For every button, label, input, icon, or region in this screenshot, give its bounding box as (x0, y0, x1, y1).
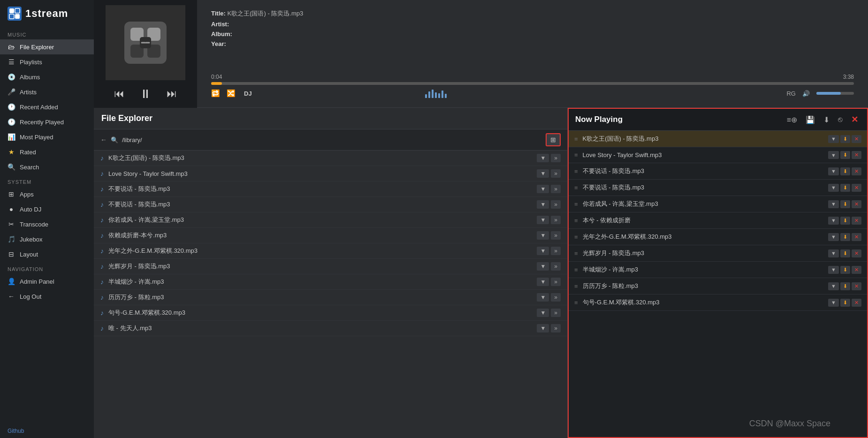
np-move-down-button[interactable]: ▼ (828, 151, 839, 159)
np-move-down-button[interactable]: ▼ (828, 249, 839, 257)
np-remove-button[interactable]: ✕ (852, 135, 861, 143)
fast-forward-button[interactable]: » (551, 231, 561, 240)
prev-button[interactable]: ⏮ (112, 86, 126, 102)
next-button[interactable]: ⏭ (165, 86, 179, 102)
file-list-item[interactable]: ♪ 不要说话 - 陈奕迅.mp3 ▼ » (94, 181, 567, 197)
repeat-icon[interactable]: 🔁 (211, 89, 220, 98)
np-remove-button[interactable]: ✕ (852, 184, 861, 192)
np-remove-button[interactable]: ✕ (852, 233, 861, 241)
np-remove-button[interactable]: ✕ (852, 217, 861, 225)
progress-bar[interactable] (211, 82, 854, 85)
move-down-button[interactable]: ▼ (537, 216, 549, 224)
file-list-item[interactable]: ♪ 句号-G.E.M.邓紫棋.320.mp3 ▼ » (94, 305, 567, 321)
pause-button[interactable]: ⏸ (137, 85, 153, 103)
now-playing-item[interactable]: ≡ 你若成风 - 许嵩,梁玉堂.mp3 ▼ ⬇ ✕ (569, 196, 867, 212)
file-list-item[interactable]: ♪ 唯 - 先天人.mp3 ▼ » (94, 321, 567, 336)
file-list-item[interactable]: ♪ 历历万乡 - 陈粒.mp3 ▼ » (94, 290, 567, 305)
fast-forward-button[interactable]: » (551, 278, 561, 286)
now-playing-item[interactable]: ≡ 光年之外-G.E.M.邓紫棋.320.mp3 ▼ ⬇ ✕ (569, 229, 867, 245)
np-enqueue-button[interactable]: ⬇ (840, 233, 850, 241)
sidebar-item-artists[interactable]: 🎤 Artists (0, 84, 94, 99)
np-enqueue-button[interactable]: ⬇ (840, 282, 850, 290)
np-move-down-button[interactable]: ▼ (828, 282, 839, 290)
move-down-button[interactable]: ▼ (537, 293, 549, 302)
np-remove-button[interactable]: ✕ (852, 249, 861, 257)
back-button[interactable]: ← (100, 136, 107, 143)
fast-forward-button[interactable]: » (551, 169, 561, 178)
file-list-item[interactable]: ♪ 光年之外-G.E.M.邓紫棋.320.mp3 ▼ » (94, 243, 567, 259)
np-move-down-button[interactable]: ▼ (828, 266, 839, 274)
now-playing-item[interactable]: ≡ 光辉岁月 - 陈奕迅.mp3 ▼ ⬇ ✕ (569, 245, 867, 262)
file-list-item[interactable]: ♪ K歌之王(国语) - 陈奕迅.mp3 ▼ » (94, 151, 567, 166)
sidebar-item-playlists[interactable]: ☰ Playlists (0, 54, 94, 69)
np-move-down-button[interactable]: ▼ (828, 135, 839, 143)
np-enqueue-button[interactable]: ⬇ (840, 184, 850, 192)
np-move-down-button[interactable]: ▼ (828, 233, 839, 241)
file-list-item[interactable]: ♪ 依赖成折磨-本兮.mp3 ▼ » (94, 228, 567, 243)
sidebar-item-jukebox[interactable]: 🎵 Jukebox (0, 232, 94, 247)
np-move-down-button[interactable]: ▼ (828, 217, 839, 225)
np-playlist-icon-button[interactable]: ≡⊕ (784, 114, 799, 125)
np-enqueue-button[interactable]: ⬇ (840, 200, 850, 208)
fast-forward-button[interactable]: » (551, 293, 561, 302)
now-playing-item[interactable]: ≡ Love Story - Taylor Swift.mp3 ▼ ⬇ ✕ (569, 147, 867, 163)
fast-forward-button[interactable]: » (551, 185, 561, 193)
now-playing-item[interactable]: ≡ 半城烟沙 - 许嵩.mp3 ▼ ⬇ ✕ (569, 262, 867, 278)
sidebar-item-search[interactable]: 🔍 Search (0, 159, 94, 174)
sidebar-item-recently-played[interactable]: 🕐 Recently Played (0, 114, 94, 129)
sidebar-item-recent-added[interactable]: 🕐 Recent Added (0, 99, 94, 114)
np-enqueue-button[interactable]: ⬇ (840, 135, 850, 143)
fast-forward-button[interactable]: » (551, 154, 561, 162)
np-enqueue-button[interactable]: ⬇ (840, 217, 850, 225)
np-enqueue-button[interactable]: ⬇ (840, 151, 850, 159)
move-down-button[interactable]: ▼ (537, 185, 549, 193)
np-share-button[interactable]: ⎋ (836, 114, 845, 125)
file-list-item[interactable]: ♪ 半城烟沙 - 许嵩.mp3 ▼ » (94, 274, 567, 290)
fast-forward-button[interactable]: » (551, 216, 561, 224)
move-down-button[interactable]: ▼ (537, 231, 549, 240)
np-remove-button[interactable]: ✕ (852, 266, 861, 274)
move-down-button[interactable]: ▼ (537, 262, 549, 271)
dj-label[interactable]: DJ (244, 90, 252, 97)
np-close-button[interactable]: ✕ (849, 113, 860, 126)
shuffle-icon[interactable]: 🔀 (227, 89, 236, 98)
fast-forward-button[interactable]: » (551, 309, 561, 317)
volume-bar[interactable] (816, 92, 854, 95)
sidebar-item-rated[interactable]: ★ Rated (0, 144, 94, 159)
np-save-button[interactable]: 💾 (803, 114, 817, 125)
move-down-button[interactable]: ▼ (537, 324, 549, 332)
add-to-playlist-button[interactable]: ⊞ (546, 133, 561, 146)
np-remove-button[interactable]: ✕ (852, 151, 861, 159)
move-down-button[interactable]: ▼ (537, 309, 549, 317)
volume-icon[interactable]: 🔊 (802, 90, 810, 97)
np-move-down-button[interactable]: ▼ (828, 167, 839, 175)
fast-forward-button[interactable]: » (551, 324, 561, 332)
np-move-down-button[interactable]: ▼ (828, 299, 839, 307)
np-enqueue-button[interactable]: ⬇ (840, 249, 850, 257)
move-down-button[interactable]: ▼ (537, 278, 549, 286)
np-enqueue-button[interactable]: ⬇ (840, 167, 850, 175)
now-playing-item[interactable]: ≡ 不要说话 - 陈奕迅.mp3 ▼ ⬇ ✕ (569, 163, 867, 180)
now-playing-item[interactable]: ≡ 句号-G.E.M.邓紫棋.320.mp3 ▼ ⬇ ✕ (569, 295, 867, 311)
np-remove-button[interactable]: ✕ (852, 167, 861, 175)
now-playing-item[interactable]: ≡ 历历万乡 - 陈粒.mp3 ▼ ⬇ ✕ (569, 278, 867, 295)
np-remove-button[interactable]: ✕ (852, 299, 861, 307)
path-input[interactable] (122, 136, 542, 143)
np-move-down-button[interactable]: ▼ (828, 200, 839, 208)
sidebar-item-auto-dj[interactable]: ● Auto DJ (0, 202, 94, 217)
now-playing-item[interactable]: ≡ K歌之王(国语) - 陈奕迅.mp3 ▼ ⬇ ✕ (569, 131, 867, 147)
np-remove-button[interactable]: ✕ (852, 282, 861, 290)
move-down-button[interactable]: ▼ (537, 169, 549, 178)
file-list-item[interactable]: ♪ 你若成风 - 许嵩,梁玉堂.mp3 ▼ » (94, 212, 567, 228)
sidebar-item-admin-panel[interactable]: 👤 Admin Panel (0, 274, 94, 289)
file-list-item[interactable]: ♪ Love Story - Taylor Swift.mp3 ▼ » (94, 166, 567, 181)
sidebar-item-most-played[interactable]: 📊 Most Played (0, 129, 94, 144)
move-down-button[interactable]: ▼ (537, 247, 549, 255)
sidebar-item-albums[interactable]: 💿 Albums (0, 69, 94, 84)
sidebar-item-transcode[interactable]: ✂ Transcode (0, 217, 94, 232)
move-down-button[interactable]: ▼ (537, 154, 549, 162)
np-enqueue-button[interactable]: ⬇ (840, 266, 850, 274)
file-list-item[interactable]: ♪ 光辉岁月 - 陈奕迅.mp3 ▼ » (94, 259, 567, 274)
move-down-button[interactable]: ▼ (537, 200, 549, 209)
fast-forward-button[interactable]: » (551, 247, 561, 255)
